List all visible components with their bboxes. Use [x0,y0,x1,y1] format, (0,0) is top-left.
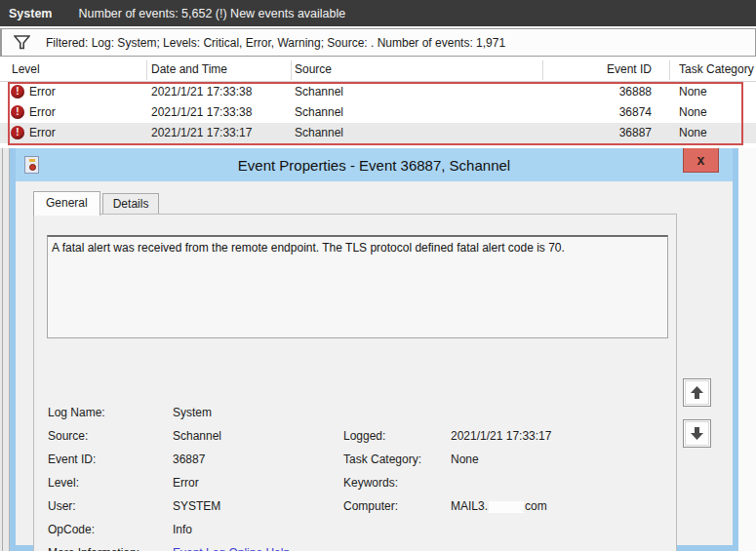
field-row: Log Name: System [34,406,678,429]
error-icon: ! [11,126,24,139]
error-icon: ! [11,105,24,119]
events-summary: Number of events: 5,652 (!) New events a… [78,7,345,20]
field-row: Event ID: 36887 Task Category: None [34,453,678,476]
field-label: More Information: [48,546,139,551]
column-header-task-category[interactable]: Task Category [679,62,754,76]
row-source: Schannel [295,85,343,98]
field-value: SYSTEM [173,499,220,513]
field-label: Keywords: [343,476,398,490]
tab-details[interactable]: Details [102,193,160,215]
table-row[interactable]: ! Error 2021/1/21 17:33:38 Schannel 3688… [0,82,756,102]
field-value: Schannel [173,429,221,443]
column-header-source[interactable]: Source [295,62,332,76]
log-name: System [9,7,52,20]
field-row: OpCode: Info [34,523,678,546]
dialog-body: General Details A fatal alert was receiv… [16,181,733,539]
filter-bar[interactable]: Filtered: Log: System; Levels: Critical,… [0,28,756,57]
field-label: Logged: [343,429,385,443]
general-tab-panel: A fatal alert was received from the remo… [33,214,677,551]
column-divider[interactable] [542,60,543,80]
close-button[interactable]: x [683,148,719,173]
field-row: Source: Schannel Logged: 2021/1/21 17:33… [34,429,678,453]
funnel-filter-icon [14,35,30,50]
dialog-tabs: General Details [33,191,159,215]
table-header: Level Date and Time Source Event ID Task… [0,59,756,82]
row-level: Error [29,126,56,139]
arrow-up-icon [689,384,705,401]
row-source: Schannel [295,126,343,139]
field-value: System [173,406,212,419]
event-description[interactable]: A fatal alert was received from the remo… [47,235,668,338]
column-divider[interactable] [669,60,670,80]
field-value: 2021/1/21 17:33:17 [451,429,551,443]
field-label: Source: [48,429,88,443]
field-value: Error [173,476,199,490]
field-label: Task Category: [343,453,421,466]
row-task-category: None [679,126,707,139]
field-label: Event ID: [48,453,96,466]
column-header-level[interactable]: Level [12,62,40,76]
row-date: 2021/1/21 17:33:38 [151,105,252,119]
column-header-date[interactable]: Date and Time [151,62,227,76]
field-label: User: [48,499,76,513]
next-event-button[interactable] [683,419,711,448]
field-value: Info [173,523,192,536]
row-date: 2021/1/21 17:33:17 [151,126,252,139]
field-label: Log Name: [48,406,105,419]
previous-event-button[interactable] [683,378,711,407]
row-date: 2021/1/21 17:33:38 [151,85,252,98]
field-value: None [451,453,479,466]
dialog-title: Event Properties - Event 36887, Schannel [238,157,510,174]
column-divider[interactable] [291,60,292,80]
field-value: 36887 [173,453,205,466]
event-log-online-help-link[interactable]: Event Log Online Help [173,546,290,551]
field-row: User: SYSTEM Computer: MAIL3.com [34,499,678,523]
field-label: OpCode: [48,523,95,536]
row-event-id: 36888 [545,85,652,98]
log-header-bar: System Number of events: 5,652 (!) New e… [0,0,756,26]
dialog-titlebar[interactable]: Event Properties - Event 36887, Schannel [16,148,733,181]
event-viewer-screen: System Number of events: 5,652 (!) New e… [0,0,756,551]
event-list: ! Error 2021/1/21 17:33:38 Schannel 3688… [0,82,756,146]
table-row-selected[interactable]: ! Error 2021/1/21 17:33:17 Schannel 3688… [0,123,756,143]
event-properties-dialog: Event Properties - Event 36887, Schannel… [10,148,738,551]
field-label: Level: [48,476,79,490]
row-task-category: None [679,105,707,119]
field-value-computer: MAIL3.com [451,499,547,513]
column-header-event-id[interactable]: Event ID [545,62,652,76]
row-level: Error [29,105,56,119]
row-level: Error [29,85,56,98]
field-label: Computer: [343,499,398,513]
field-row: More Information: Event Log Online Help [34,546,678,551]
row-task-category: None [679,85,707,98]
redaction-blur [489,501,524,513]
window-edge [0,148,10,551]
row-event-id: 36874 [545,105,652,119]
tab-general[interactable]: General [33,191,100,216]
field-row: Level: Error Keywords: [34,476,678,499]
row-event-id: 36887 [545,126,652,139]
arrow-down-icon [689,425,705,442]
column-divider[interactable] [146,60,147,80]
filter-description: Filtered: Log: System; Levels: Critical,… [46,36,505,50]
event-properties-icon [24,156,39,174]
row-source: Schannel [295,105,343,119]
error-icon: ! [11,85,24,98]
table-row[interactable]: ! Error 2021/1/21 17:33:38 Schannel 3687… [0,102,756,123]
